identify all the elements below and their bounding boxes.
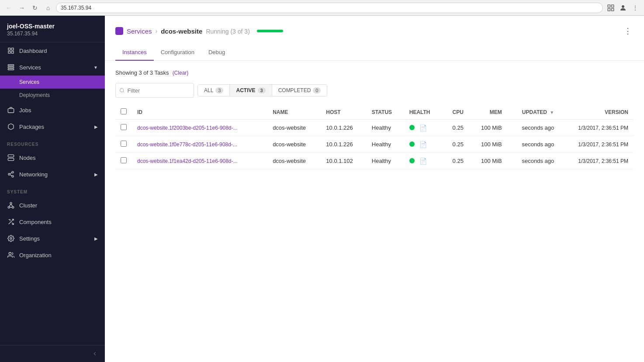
- mem-column-header: MEM: [469, 105, 507, 120]
- svg-point-17: [12, 171, 14, 173]
- services-expand-arrow: ▼: [93, 65, 98, 70]
- svg-line-25: [9, 204, 11, 207]
- row-cpu: 0.25: [443, 120, 469, 136]
- breadcrumb-separator: ›: [156, 28, 158, 34]
- task-log-icon[interactable]: 📄: [419, 124, 427, 131]
- sidebar-item-networking[interactable]: Networking ▶: [0, 166, 105, 183]
- sidebar: joel-OSS-master 35.167.35.94 Dashboard S…: [0, 16, 105, 362]
- back-button[interactable]: ←: [3, 3, 14, 13]
- resources-section-label: RESOURCES: [0, 135, 105, 149]
- row-name: dcos-website: [267, 136, 321, 153]
- sidebar-item-cluster-label: Cluster: [19, 202, 37, 209]
- sidebar-item-jobs-label: Jobs: [19, 107, 31, 114]
- table-row: dcos-website.1f2003be-d205-11e6-908d-...…: [115, 120, 634, 136]
- row-status: Healthy: [367, 136, 404, 153]
- filter-input[interactable]: [127, 87, 190, 94]
- sidebar-subitem-services[interactable]: Services: [0, 76, 105, 89]
- networking-expand-arrow: ▶: [94, 172, 98, 177]
- filter-active-button[interactable]: ACTIVE 3: [230, 85, 272, 96]
- home-button[interactable]: ⌂: [43, 3, 53, 13]
- svg-rect-13: [8, 155, 14, 157]
- address-bar[interactable]: [56, 3, 603, 13]
- reload-button[interactable]: ↻: [30, 3, 40, 13]
- jobs-icon: [7, 106, 15, 114]
- row-updated: seconds ago: [507, 153, 560, 169]
- svg-point-24: [12, 207, 14, 208]
- row-updated: seconds ago: [507, 120, 560, 136]
- row-health: 📄: [404, 136, 443, 153]
- more-actions-button[interactable]: ⋮: [622, 24, 634, 38]
- clear-link[interactable]: (Clear): [173, 70, 189, 76]
- filter-completed-button[interactable]: COMPLETED 0: [272, 85, 327, 96]
- row-id: dcos-website.1f0e778c-d205-11e6-908d-...: [132, 136, 267, 153]
- sidebar-subitem-deployments[interactable]: Deployments: [0, 89, 105, 102]
- row-checkbox[interactable]: [121, 157, 127, 163]
- svg-rect-6: [11, 48, 14, 50]
- header-actions: ⋮: [622, 24, 634, 38]
- tab-instances[interactable]: Instances: [115, 45, 154, 61]
- sidebar-item-cluster[interactable]: Cluster: [0, 197, 105, 214]
- row-checkbox[interactable]: [121, 141, 127, 147]
- tab-configuration[interactable]: Configuration: [154, 45, 201, 61]
- row-checkbox-cell: [115, 136, 132, 153]
- sidebar-item-organization[interactable]: Organization: [0, 247, 105, 263]
- task-log-icon[interactable]: 📄: [419, 141, 427, 148]
- svg-point-4: [622, 5, 624, 8]
- menu-button[interactable]: ⋮: [630, 3, 641, 13]
- sidebar-collapse-button[interactable]: [0, 345, 105, 362]
- svg-point-30: [10, 238, 12, 239]
- service-status-text: Running (3 of 3): [206, 28, 249, 35]
- svg-rect-11: [8, 69, 14, 70]
- networking-icon: [7, 170, 15, 178]
- profile-button[interactable]: [618, 3, 628, 13]
- sidebar-item-packages[interactable]: Packages ▶: [0, 118, 105, 135]
- sidebar-item-services-parent[interactable]: Services ▼: [0, 59, 105, 76]
- status-bar: [257, 30, 283, 32]
- main-content: Services › dcos-website Running (3 of 3)…: [105, 16, 644, 362]
- sidebar-item-services-label: Services: [19, 64, 41, 71]
- table-row: dcos-website.1f0e778c-d205-11e6-908d-...…: [115, 136, 634, 153]
- sidebar-item-organization-label: Organization: [19, 252, 52, 259]
- svg-rect-10: [8, 67, 14, 68]
- select-all-checkbox[interactable]: [121, 108, 127, 114]
- sidebar-item-components[interactable]: Components: [0, 214, 105, 230]
- sidebar-item-nodes[interactable]: Nodes: [0, 149, 105, 166]
- nodes-icon: [7, 154, 15, 162]
- row-host: 10.0.1.226: [321, 136, 367, 153]
- svg-line-21: [10, 172, 12, 174]
- service-breadcrumb-icon: [115, 27, 123, 35]
- table-row: dcos-website.1f1ea42d-d205-11e6-908d-...…: [115, 153, 634, 169]
- row-checkbox-cell: [115, 120, 132, 136]
- breadcrumb-row: Services › dcos-website Running (3 of 3)…: [115, 24, 634, 38]
- sidebar-item-components-label: Components: [19, 219, 52, 225]
- filter-all-count: 3: [215, 87, 223, 93]
- chrome-toolbar: ← → ↻ ⌂ ⋮: [0, 0, 644, 16]
- breadcrumb-services-link[interactable]: Services: [127, 28, 152, 35]
- updated-column-header[interactable]: UPDATED ▼: [507, 105, 560, 120]
- sidebar-item-dashboard[interactable]: Dashboard: [0, 42, 105, 59]
- row-version: 1/3/2017, 2:36:51 PM: [559, 136, 634, 153]
- search-icon: [119, 87, 125, 93]
- sidebar-item-jobs[interactable]: Jobs: [0, 102, 105, 118]
- tab-debug[interactable]: Debug: [201, 45, 232, 61]
- mem-label: MEM: [490, 109, 502, 115]
- extensions-button[interactable]: [606, 3, 616, 13]
- sidebar-item-settings[interactable]: Settings ▶: [0, 230, 105, 247]
- task-log-icon[interactable]: 📄: [419, 158, 427, 165]
- showing-row: Showing 3 of 3 Tasks (Clear): [115, 69, 634, 76]
- host-column-header: HOST: [321, 105, 367, 120]
- svg-rect-0: [608, 5, 610, 7]
- health-dot: [409, 141, 415, 147]
- svg-rect-14: [8, 158, 14, 160]
- dashboard-icon: [7, 47, 15, 55]
- filter-all-button[interactable]: ALL 3: [198, 85, 230, 96]
- organization-icon: [7, 251, 15, 259]
- filter-button-group: ALL 3 ACTIVE 3 COMPLETED 0: [197, 84, 327, 97]
- updated-label: UPDATED: [522, 109, 547, 115]
- row-status: Healthy: [367, 153, 404, 169]
- sidebar-item-nodes-label: Nodes: [19, 155, 36, 161]
- host-label: HOST: [326, 109, 340, 115]
- forward-button[interactable]: →: [17, 3, 27, 13]
- row-checkbox[interactable]: [121, 124, 127, 130]
- svg-line-33: [123, 91, 124, 92]
